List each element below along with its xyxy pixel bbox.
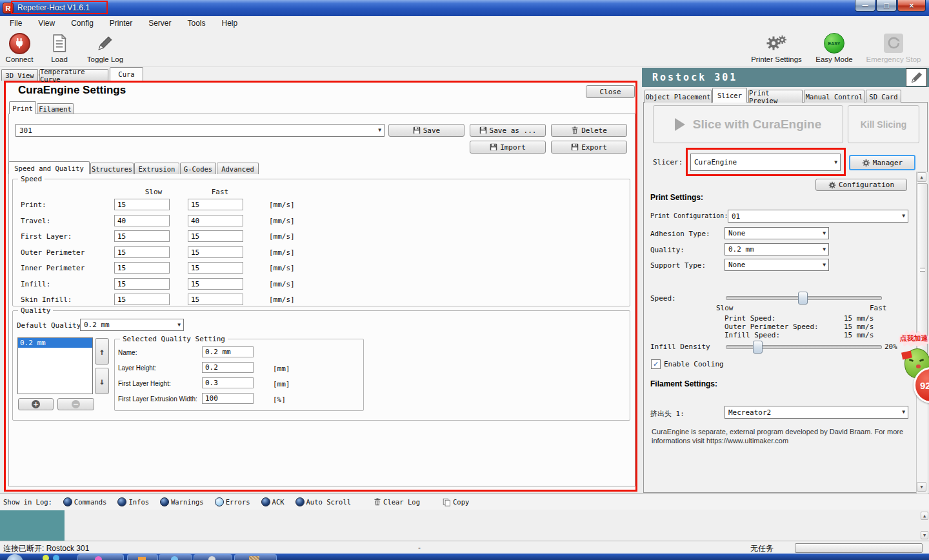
taskbar-button[interactable] — [159, 554, 192, 560]
menu-printer[interactable]: Printer — [110, 19, 132, 28]
load-button[interactable]: Load — [46, 33, 72, 63]
close-cura-button[interactable]: Close — [586, 85, 635, 98]
close-window-button[interactable]: × — [897, 0, 926, 12]
clear-log-button[interactable]: Clear Log — [374, 498, 420, 506]
log-toggle-commands[interactable]: Commands — [63, 497, 107, 506]
log-toggle-auto-scroll[interactable]: Auto Scroll — [295, 497, 352, 506]
inner-perimeter-fast-input[interactable] — [188, 262, 243, 274]
subtab-gcodes[interactable]: G-Codes — [180, 163, 216, 174]
configuration-button[interactable]: Configuration — [815, 179, 907, 191]
print-configuration-select[interactable]: 01 ▼ — [728, 210, 908, 223]
enable-cooling-checkbox[interactable]: ✓ — [651, 359, 661, 369]
first-layer-fast-input[interactable] — [188, 230, 243, 242]
menu-view[interactable]: View — [38, 19, 55, 28]
travel-fast-input[interactable] — [188, 215, 243, 226]
infill-slow-input[interactable] — [114, 278, 170, 290]
window-controls: — □ × — [854, 0, 926, 12]
quality-list[interactable]: 0.2 mm — [17, 337, 93, 394]
delete-button[interactable]: Delete — [551, 124, 627, 137]
save-as-button[interactable]: Save as ... — [470, 124, 546, 137]
menu-help[interactable]: Help — [222, 19, 238, 28]
log-scroll-up-button[interactable]: ▲ — [921, 512, 928, 520]
speed-slider-thumb[interactable] — [798, 292, 808, 305]
print-fast-input[interactable] — [188, 199, 243, 210]
tab-slicer[interactable]: Slicer — [712, 88, 747, 103]
adhesion-type-select[interactable]: None ▼ — [724, 227, 829, 239]
windows-taskbar[interactable] — [0, 554, 929, 560]
inner-perimeter-slow-input[interactable] — [114, 262, 170, 274]
print-slow-input[interactable] — [114, 199, 170, 210]
subtab-structures[interactable]: Structures — [90, 163, 134, 174]
skin-infill-slow-input[interactable] — [114, 294, 170, 305]
taskbar-button[interactable] — [234, 554, 277, 560]
first-layer-height-input[interactable] — [202, 377, 254, 388]
tab-manual-control[interactable]: Manual Control — [804, 90, 864, 103]
menu-file[interactable]: File — [10, 19, 22, 28]
scroll-up-button[interactable]: ▲ — [917, 172, 926, 182]
profile-select[interactable]: 301 ▼ — [15, 124, 385, 137]
quality-name-input[interactable] — [202, 346, 254, 357]
quality-select[interactable]: 0.2 mm ▼ — [724, 243, 829, 255]
tab-print[interactable]: Print — [9, 101, 36, 114]
first-layer-slow-input[interactable] — [114, 230, 170, 242]
kill-slicing-button[interactable]: Kill Slicing — [848, 105, 919, 143]
log-toggle-infos[interactable]: Infos — [117, 497, 149, 506]
easy-mode-button[interactable]: EASY Easy Mode — [812, 33, 857, 63]
skin-infill-fast-input[interactable] — [188, 294, 243, 305]
extruder-filament-select[interactable]: Mecreator2 ▼ — [724, 406, 908, 419]
scroll-down-button[interactable]: ▼ — [917, 482, 926, 492]
slice-button[interactable]: Slice with CuraEngine — [653, 105, 843, 143]
support-type-select[interactable]: None ▼ — [724, 259, 829, 271]
menu-config[interactable]: Config — [71, 19, 94, 28]
subtab-advanced[interactable]: Advanced — [217, 163, 259, 174]
import-button[interactable]: Import — [470, 141, 546, 154]
default-quality-select[interactable]: 0.2 mm ▼ — [80, 319, 184, 331]
menu-server[interactable]: Server — [148, 19, 171, 28]
taskbar-button[interactable] — [77, 554, 124, 560]
taskbar-button[interactable] — [127, 554, 158, 560]
tab-object-placement[interactable]: Object Placement — [644, 90, 712, 103]
export-button[interactable]: Export — [551, 141, 627, 154]
log-toggle-errors[interactable]: Errors — [215, 497, 250, 506]
infill-density-slider[interactable] — [726, 345, 882, 349]
travel-slow-input[interactable] — [114, 215, 170, 226]
log-scroll-down-button[interactable]: ▼ — [921, 531, 928, 539]
copy-log-button[interactable]: Copy — [443, 498, 469, 506]
edit-printer-button[interactable] — [906, 68, 927, 86]
log-toggle-warnings[interactable]: Warnings — [160, 497, 204, 506]
tab-filament[interactable]: Filament — [37, 103, 74, 114]
menu-tools[interactable]: Tools — [188, 19, 206, 28]
manager-button[interactable]: Manager — [849, 155, 915, 170]
move-down-button[interactable]: ↓ — [95, 368, 109, 394]
emergency-stop-button[interactable]: Emergency Stop — [860, 33, 927, 63]
tray-icon[interactable] — [53, 555, 59, 560]
tray-icon[interactable] — [43, 555, 49, 560]
outer-perimeter-slow-input[interactable] — [114, 246, 170, 258]
infill-fast-input[interactable] — [188, 278, 243, 290]
connect-button[interactable]: Connect — [3, 33, 36, 63]
tab-3d-view[interactable]: 3D View — [1, 69, 38, 81]
quality-list-item-selected[interactable]: 0.2 mm — [18, 338, 92, 348]
taskbar-button[interactable] — [194, 554, 232, 560]
printer-settings-button[interactable]: Printer Settings — [746, 33, 807, 63]
toggle-log-button[interactable]: Toggle Log — [83, 33, 128, 63]
minimize-button[interactable]: — — [855, 0, 875, 12]
curaengine-note-line2: informations visit https://www.ultimaker… — [652, 437, 788, 445]
start-orb-icon[interactable] — [6, 554, 23, 560]
layer-height-input[interactable] — [202, 362, 254, 373]
tab-cura[interactable]: Cura — [110, 67, 143, 81]
log-toggle-ack[interactable]: ACK — [261, 497, 285, 506]
subtab-speed-quality[interactable]: Speed and Quality — [8, 161, 90, 174]
maximize-button[interactable]: □ — [876, 0, 897, 12]
first-layer-extrusion-width-input[interactable] — [202, 393, 254, 404]
save-button[interactable]: Save — [388, 124, 464, 137]
tab-temperature-curve[interactable]: Temperature Curve — [39, 69, 108, 81]
infill-density-slider-thumb[interactable] — [753, 341, 763, 354]
tab-print-preview[interactable]: Print Preview — [748, 90, 803, 103]
outer-perimeter-fast-input[interactable] — [188, 246, 243, 258]
move-up-button[interactable]: ↑ — [95, 338, 109, 365]
tab-sd-card[interactable]: SD Card — [866, 90, 901, 103]
add-quality-button[interactable]: + — [18, 398, 54, 410]
subtab-extrusion[interactable]: Extrusion — [134, 163, 179, 174]
remove-quality-button[interactable]: − — [57, 398, 94, 410]
